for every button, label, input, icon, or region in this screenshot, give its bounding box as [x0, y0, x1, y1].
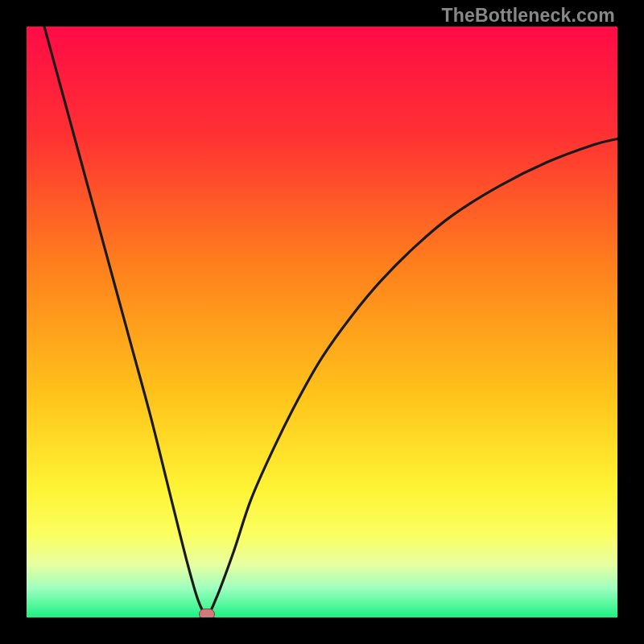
chart-frame: TheBottleneck.com [0, 0, 644, 644]
watermark-text: TheBottleneck.com [441, 5, 615, 27]
plot-area [27, 27, 617, 617]
curve-layer [27, 27, 617, 617]
bottleneck-curve [44, 27, 617, 614]
optimal-marker [199, 609, 215, 617]
